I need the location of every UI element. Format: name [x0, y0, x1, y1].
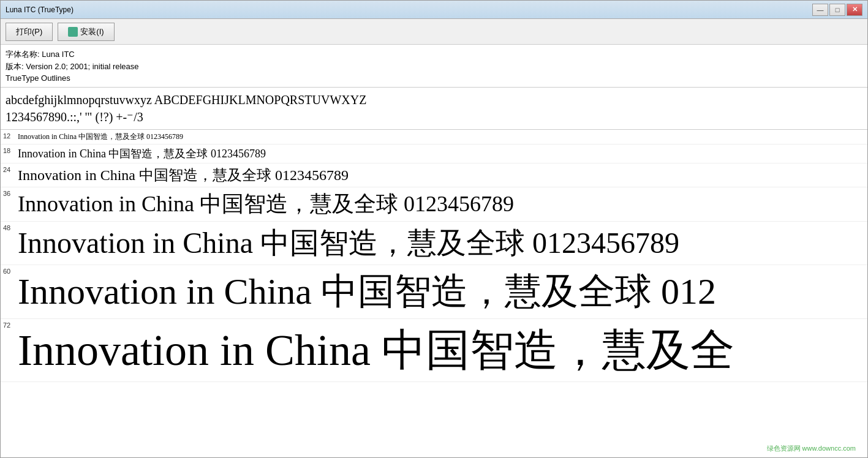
sample-text: Innovation in China 中国智造，慧及全球 0123456789 — [18, 131, 867, 143]
alphabet-numbers: 1234567890.::,' '" (!?) +-⁻/3 — [6, 108, 862, 126]
type-line: TrueType Outlines — [6, 72, 862, 84]
font-name-line: 字体名称: Luna ITC — [6, 48, 862, 61]
version-line: 版本: Version 2.0; 2001; initial release — [6, 61, 862, 73]
font-preview-window: Luna ITC (TrueType) — □ ✕ 打印(P) 安装(I) 字体… — [0, 0, 868, 458]
sample-text: Innovation in China 中国智造，慧及全球 012 — [18, 266, 867, 317]
sample-size-label: 24 — [1, 165, 18, 173]
sample-text: Innovation in China 中国智造，慧及全球 0123456789 — [18, 146, 867, 162]
print-button[interactable]: 打印(P) — [6, 23, 53, 41]
sample-size-label: 18 — [1, 146, 18, 154]
table-row: 18Innovation in China 中国智造，慧及全球 01234567… — [1, 145, 867, 163]
font-samples-container[interactable]: 12Innovation in China 中国智造，慧及全球 01234567… — [1, 130, 867, 458]
version-label: 版本: — [6, 62, 24, 71]
table-row: 72Innovation in China 中国智造，慧及全 — [1, 319, 867, 382]
minimize-button[interactable]: — — [812, 4, 828, 16]
title-bar: Luna ITC (TrueType) — □ ✕ — [1, 1, 867, 19]
alphabet-lowercase: abcdefghijklmnopqrstuvwxyz ABCDEFGHIJKLM… — [6, 91, 862, 108]
close-button[interactable]: ✕ — [847, 4, 862, 16]
table-row: 12Innovation in China 中国智造，慧及全球 01234567… — [1, 130, 867, 145]
table-row: 24Innovation in China 中国智造，慧及全球 01234567… — [1, 163, 867, 187]
font-name-label: 字体名称: — [6, 50, 40, 59]
table-row: 36Innovation in China 中国智造，慧及全球 01234567… — [1, 187, 867, 222]
sample-text: Innovation in China 中国智造，慧及全 — [18, 320, 867, 380]
window-title: Luna ITC (TrueType) — [6, 6, 74, 14]
sample-size-label: 12 — [1, 131, 18, 140]
sample-size-label: 72 — [1, 320, 18, 329]
maximize-button[interactable]: □ — [829, 4, 845, 16]
watermark: 绿色资源网 www.downcc.com — [767, 444, 856, 453]
sample-size-label: 36 — [1, 189, 18, 197]
window-controls: — □ ✕ — [812, 4, 862, 16]
font-info: 字体名称: Luna ITC 版本: Version 2.0; 2001; in… — [1, 45, 867, 88]
table-row: 48Innovation in China 中国智造，慧及全球 01234567… — [1, 222, 867, 265]
sample-size-label: 60 — [1, 266, 18, 275]
sample-text: Innovation in China 中国智造，慧及全球 0123456789 — [18, 189, 867, 220]
sample-text: Innovation in China 中国智造，慧及全球 0123456789 — [18, 223, 867, 263]
character-set: abcdefghijklmnopqrstuvwxyz ABCDEFGHIJKLM… — [1, 88, 867, 130]
toolbar: 打印(P) 安装(I) — [1, 19, 867, 45]
install-icon — [68, 27, 78, 37]
type-value: TrueType Outlines — [6, 73, 70, 83]
version-value: Version 2.0; 2001; initial release — [26, 62, 138, 71]
table-row: 60Innovation in China 中国智造，慧及全球 012 — [1, 265, 867, 319]
sample-size-label: 48 — [1, 223, 18, 231]
samples-list: 12Innovation in China 中国智造，慧及全球 01234567… — [1, 130, 867, 382]
sample-text: Innovation in China 中国智造，慧及全球 0123456789 — [18, 165, 867, 186]
font-name-value: Luna ITC — [42, 50, 74, 59]
install-button[interactable]: 安装(I) — [58, 23, 114, 41]
